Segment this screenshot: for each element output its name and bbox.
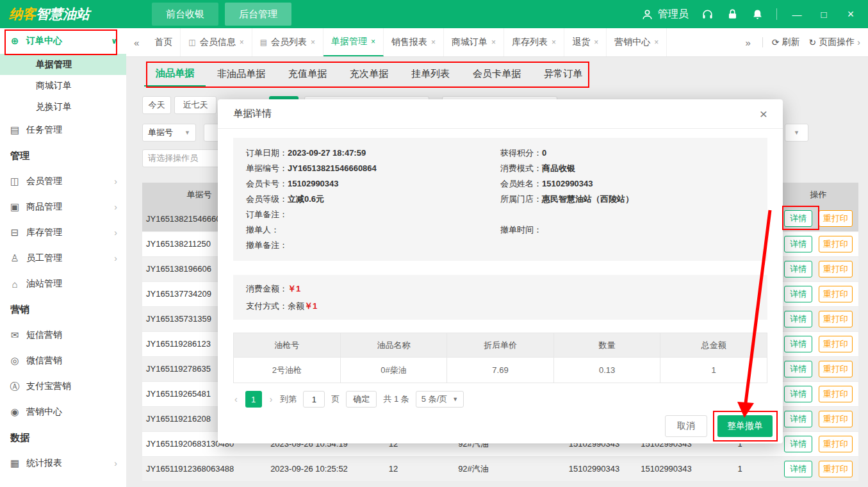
sidebar-item-staff-management[interactable]: ♙ 员工管理 › (0, 245, 126, 271)
tab-close-icon[interactable]: × (654, 38, 659, 47)
sidebar-item-alipay-marketing[interactable]: Ⓐ 支付宝营销 (0, 374, 126, 399)
subtab[interactable]: 挂单列表 (400, 62, 461, 87)
filter-last7-button[interactable]: 近七天 (174, 96, 217, 114)
tab-inventory-list[interactable]: 库存列表 × (504, 28, 564, 56)
pager-goto-input[interactable] (303, 391, 325, 408)
pager-current-page[interactable]: 1 (245, 391, 262, 408)
minimize-button[interactable]: — (790, 9, 804, 20)
sidebar-item-inventory-management[interactable]: ⊟ 库存管理 › (0, 220, 126, 245)
maximize-button[interactable]: □ (817, 9, 831, 20)
detail-button[interactable]: 详情 (784, 336, 812, 352)
reprint-button[interactable]: 重打印 (819, 436, 853, 452)
sidebar-item-member-management[interactable]: ◫ 会员管理 › (0, 169, 126, 194)
close-button[interactable]: × (844, 8, 858, 21)
detail-button[interactable]: 详情 (784, 411, 812, 427)
tab-sales-report[interactable]: 销售报表 × (384, 28, 444, 56)
cancel-button[interactable]: 取消 (665, 415, 707, 437)
tab-close-icon[interactable]: × (431, 38, 436, 47)
username: 管理员 (658, 8, 689, 21)
detail-field: 订单备注： (246, 207, 500, 222)
detail-button[interactable]: 详情 (784, 361, 812, 377)
bell-icon[interactable] (751, 8, 764, 21)
logo-primary: 纳客 (9, 6, 36, 21)
filter-right-select[interactable]: ▼ (785, 124, 808, 142)
pager-prev-icon[interactable]: ‹ (233, 394, 239, 404)
tabbar-right: » ⟳ 刷新 ↻ 页面操作 › (735, 28, 868, 56)
lock-icon[interactable] (726, 8, 739, 21)
subtab[interactable]: 非油品单据 (206, 62, 277, 87)
reprint-button[interactable]: 重打印 (819, 286, 853, 302)
detail-button[interactable]: 详情 (784, 286, 812, 302)
field-value: 0 (542, 145, 546, 161)
arrow-right-icon: › (114, 202, 117, 212)
sidebar-item-task-management[interactable]: ▤ 任务管理 (0, 117, 126, 143)
subtab[interactable]: 充值单据 (277, 62, 338, 87)
tab-member-list[interactable]: ▤ 会员列表 × (252, 28, 323, 56)
detail-button[interactable]: 详情 (784, 436, 812, 452)
reprint-button[interactable]: 重打印 (819, 236, 853, 252)
sidebar-item-label: 库存管理 (26, 227, 62, 238)
sidebar-item-order-center[interactable]: ⊕ 订单中心 ∨ (0, 28, 126, 54)
headset-icon[interactable] (701, 8, 714, 21)
user-menu[interactable]: 管理员 (641, 8, 689, 21)
sidebar-item-marketing-center[interactable]: ◉ 营销中心 (0, 399, 126, 425)
sidebar-item-doc-management[interactable]: 单据管理 (0, 54, 126, 75)
items-header-price: 折后单价 (447, 333, 554, 358)
field-value: 2023-09-27 18:47:59 (288, 145, 366, 161)
filter-doc-no-select[interactable]: 单据号 ▼ (142, 124, 196, 142)
subtab[interactable]: 会员卡单据 (461, 62, 532, 87)
detail-button[interactable]: 详情 (784, 311, 812, 327)
payment-method: 余额 (288, 301, 304, 311)
tab-mall-orders[interactable]: 商城订单 × (444, 28, 504, 56)
cancel-entire-order-button[interactable]: 整单撤单 (717, 415, 773, 437)
page-operations-button[interactable]: ↻ 页面操作 › (809, 37, 860, 48)
sidebar-item-exchange-orders[interactable]: 兑换订单 (0, 96, 126, 117)
pager-per-page-select[interactable]: 5 条/页 ▼ (416, 391, 464, 408)
reprint-button[interactable]: 重打印 (819, 361, 853, 377)
nav-backend-admin[interactable]: 后台管理 (225, 3, 291, 26)
sidebar-item-wechat-marketing[interactable]: ◎ 微信营销 (0, 348, 126, 374)
tabs-scroll-left[interactable]: « (126, 28, 147, 56)
refresh-button[interactable]: ⟳ 刷新 (772, 37, 800, 48)
tabs-scroll-right[interactable]: » (743, 37, 753, 48)
filter-today-button[interactable]: 今天 (142, 96, 171, 114)
sidebar-item-mall-orders[interactable]: 商城订单 (0, 75, 126, 96)
reprint-button[interactable]: 重打印 (819, 461, 853, 477)
table-row[interactable]: JY16511912368063488 2023-09-26 10:25:52 … (142, 456, 858, 481)
tab-home[interactable]: 首页 (147, 28, 181, 56)
modal-close-icon[interactable]: × (760, 107, 767, 120)
subtab[interactable]: 油品单据 (144, 62, 206, 87)
detail-button[interactable]: 详情 (784, 386, 812, 402)
detail-button[interactable]: 详情 (784, 261, 812, 277)
sidebar-item-station-management[interactable]: ⌂ 油站管理 (0, 271, 126, 297)
detail-button[interactable]: 详情 (784, 236, 812, 252)
nav-front-cashier[interactable]: 前台收银 (152, 3, 218, 26)
pager-next-icon[interactable]: › (268, 394, 274, 404)
reprint-button[interactable]: 重打印 (819, 261, 853, 277)
tab-close-icon[interactable]: × (491, 38, 496, 47)
subtab[interactable]: 异常订单 (532, 62, 594, 87)
sidebar-item-statistics-report[interactable]: ▦ 统计报表 › (0, 450, 126, 476)
reprint-button[interactable]: 重打印 (819, 336, 853, 352)
tab-member-info[interactable]: ◫ 会员信息 × (181, 28, 252, 56)
reprint-button[interactable]: 重打印 (819, 311, 853, 327)
sidebar-item-product-management[interactable]: ▣ 商品管理 › (0, 194, 126, 220)
tab-doc-management[interactable]: 单据管理 × (323, 28, 384, 56)
subtab-label: 充次单据 (350, 68, 388, 80)
detail-button[interactable]: 详情 (784, 461, 812, 477)
reprint-button[interactable]: 重打印 (819, 386, 853, 402)
sidebar-item-sms-marketing[interactable]: ✉ 短信营销 (0, 322, 126, 348)
tab-close-icon[interactable]: × (311, 38, 315, 47)
tab-close-icon[interactable]: × (594, 38, 598, 47)
detail-button[interactable]: 详情 (784, 210, 812, 227)
subtab[interactable]: 充次单据 (338, 62, 400, 87)
reprint-button[interactable]: 重打印 (819, 210, 853, 227)
tab-marketing-center[interactable]: 营销中心 × (607, 28, 667, 56)
tab-returns[interactable]: 退货 × (564, 28, 607, 56)
caret-down-icon: ▼ (794, 129, 799, 136)
tab-close-icon[interactable]: × (371, 37, 375, 46)
pager-confirm-button[interactable]: 确定 (346, 391, 377, 408)
tab-close-icon[interactable]: × (552, 38, 556, 47)
tab-close-icon[interactable]: × (240, 38, 244, 47)
reprint-button[interactable]: 重打印 (819, 411, 853, 427)
